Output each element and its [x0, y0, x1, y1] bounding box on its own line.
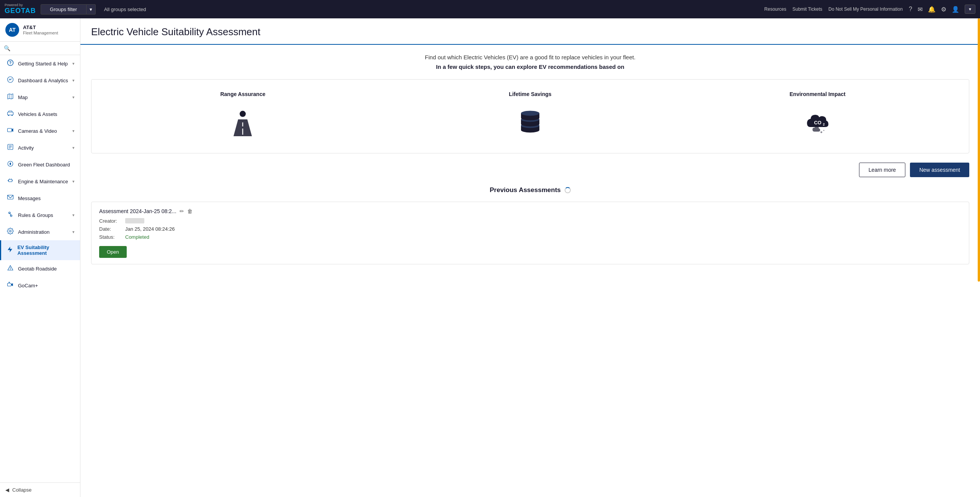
assessment-status-row: Status: Completed	[99, 234, 961, 240]
admin-icon	[7, 228, 14, 236]
search-icon: 🔍	[4, 45, 10, 51]
content-body: Find out which Electric Vehicles (EV) ar…	[80, 45, 980, 274]
feature-environmental: Environmental Impact CO 2	[678, 91, 957, 142]
assessment-card-header: Assessment 2024-Jan-25 08:2... ✏ 🗑	[99, 208, 961, 214]
range-label: Range Assurance	[220, 91, 265, 97]
user-dropdown-arrow: ▾	[969, 7, 971, 12]
assessment-edit-icon[interactable]: ✏	[180, 208, 184, 214]
svg-rect-30	[8, 283, 11, 286]
range-icon	[224, 103, 262, 142]
admin-label: Administration	[18, 229, 49, 235]
sidebar-item-rules[interactable]: Rules & Groups ▾	[0, 207, 80, 223]
date-value: Jan 25, 2024 08:24:26	[125, 226, 175, 232]
creator-value-redacted	[125, 218, 144, 223]
svg-rect-9	[8, 129, 12, 132]
assessment-creator-row: Creator:	[99, 218, 961, 224]
brand-name: AT&T	[23, 24, 58, 31]
page-title: Electric Vehicle Suitability Assessment	[91, 26, 969, 38]
collapse-button[interactable]: ◀ Collapse	[0, 482, 80, 497]
svg-point-49	[820, 131, 822, 133]
sidebar-item-cameras[interactable]: Cameras & Video ▾	[0, 122, 80, 139]
brand-sub: Fleet Management	[23, 31, 58, 35]
topbar-left: Powered by GEOTAB Groups filter ▾ All gr…	[5, 3, 146, 15]
help-icon[interactable]: ?	[909, 6, 912, 13]
groups-filter-button[interactable]: Groups filter	[41, 4, 87, 15]
collapse-label: Collapse	[12, 487, 32, 493]
sidebar-item-messages[interactable]: Messages	[0, 190, 80, 207]
assessment-title: Assessment 2024-Jan-25 08:2...	[99, 208, 176, 214]
groups-filter-dropdown[interactable]: ▾	[87, 4, 96, 15]
sidebar-search[interactable]: 🔍	[0, 42, 80, 55]
sidebar-item-engine[interactable]: Engine & Maintenance ▾	[0, 173, 80, 190]
svg-marker-31	[11, 283, 13, 286]
topbar-icons: ? ✉ 🔔 ⚙ 👤 ▾	[909, 5, 975, 14]
svg-rect-16	[9, 179, 12, 182]
sidebar-item-vehicles[interactable]: Vehicles & Assets	[0, 106, 80, 122]
new-assessment-button[interactable]: New assessment	[910, 163, 969, 177]
user-dropdown-button[interactable]: ▾	[965, 5, 975, 14]
svg-text:CO: CO	[814, 120, 821, 125]
rules-chevron: ▾	[72, 213, 75, 218]
sidebar-item-green-fleet[interactable]: Green Fleet Dashboard	[0, 156, 80, 173]
settings-icon[interactable]: ⚙	[941, 6, 946, 13]
page-header: Electric Vehicle Suitability Assessment	[80, 18, 980, 45]
brand-logo: AT	[5, 23, 19, 37]
resources-link[interactable]: Resources	[764, 7, 786, 12]
sidebar-item-activity[interactable]: Activity ▾	[0, 139, 80, 156]
svg-text:?: ?	[9, 60, 11, 65]
messages-icon	[7, 194, 14, 202]
actions-bar: Learn more New assessment	[91, 163, 969, 177]
open-assessment-button[interactable]: Open	[99, 246, 127, 258]
assessment-date-row: Date: Jan 25, 2024 08:24:26	[99, 226, 961, 232]
sidebar-item-map[interactable]: Map ▾	[0, 89, 80, 106]
cameras-label: Cameras & Video	[18, 128, 57, 134]
sidebar-item-getting-started[interactable]: ? Getting Started & Help ▾	[0, 55, 80, 72]
savings-label: Lifetime Savings	[509, 91, 551, 97]
vehicles-label: Vehicles & Assets	[18, 111, 57, 117]
mail-icon[interactable]: ✉	[918, 6, 923, 13]
sidebar-item-administration[interactable]: Administration ▾	[0, 223, 80, 240]
gocam-label: GoCam+	[18, 283, 38, 288]
intro-bold: In a few quick steps, you can explore EV…	[91, 64, 969, 70]
rules-label: Rules & Groups	[18, 212, 53, 218]
engine-icon	[7, 177, 14, 186]
svg-marker-10	[12, 129, 13, 132]
vehicles-icon	[7, 110, 14, 118]
user-icon[interactable]: 👤	[952, 6, 959, 13]
features-grid: Range Assurance	[103, 91, 957, 142]
map-icon	[7, 93, 14, 101]
roadside-label: Geotab Roadside	[18, 266, 57, 272]
svg-rect-6	[8, 112, 13, 115]
sidebar-item-gocam[interactable]: GoCam+	[0, 277, 80, 294]
svg-point-50	[823, 130, 824, 131]
main-layout: AT AT&T Fleet Management 🔍 ? Getting Sta…	[0, 18, 980, 497]
sidebar-item-geotab-roadside[interactable]: Geotab Roadside	[0, 260, 80, 277]
svg-point-7	[8, 115, 9, 116]
sidebar-brand: AT AT&T Fleet Management	[0, 18, 80, 42]
status-label: Status:	[99, 234, 122, 240]
loading-spinner	[565, 187, 571, 193]
creator-label: Creator:	[99, 218, 122, 224]
dashboard-icon	[7, 76, 14, 85]
collapse-icon: ◀	[5, 487, 9, 493]
sidebar-item-ev-suitability[interactable]: EV Suitability Assessment	[0, 240, 80, 260]
assessment-delete-icon[interactable]: 🗑	[187, 208, 193, 214]
green-fleet-label: Green Fleet Dashboard	[18, 162, 70, 168]
learn-more-button[interactable]: Learn more	[859, 163, 906, 177]
sidebar-item-dashboard[interactable]: Dashboard & Analytics ▾	[0, 72, 80, 89]
svg-point-46	[521, 111, 539, 116]
features-card: Range Assurance	[91, 79, 969, 153]
getting-started-icon: ?	[7, 59, 14, 68]
notification-icon[interactable]: 🔔	[928, 6, 936, 13]
green-fleet-icon	[7, 160, 14, 169]
activity-chevron: ▾	[72, 145, 75, 150]
groups-filter-container: Groups filter ▾	[41, 4, 96, 15]
do-not-sell-link[interactable]: Do Not Sell My Personal Information	[828, 7, 903, 12]
submit-tickets-link[interactable]: Submit Tickets	[792, 7, 822, 12]
map-label: Map	[18, 95, 28, 100]
svg-marker-3	[8, 94, 13, 99]
map-chevron: ▾	[72, 95, 75, 100]
date-label: Date:	[99, 226, 122, 232]
previous-assessments-header: Previous Assessments	[91, 186, 969, 194]
scrollbar-accent	[978, 18, 980, 282]
